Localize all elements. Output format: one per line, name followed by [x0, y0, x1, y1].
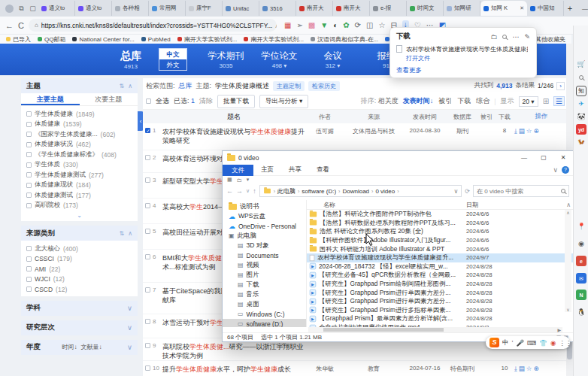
- lang-foreign[interactable]: 外文: [159, 59, 186, 70]
- explorer-maximize[interactable]: ▢: [534, 151, 553, 165]
- card-view-icon[interactable]: ⊞: [543, 97, 549, 105]
- facet-item[interactable]: WJCI(12): [26, 274, 132, 285]
- browser-tab[interactable]: 时间文: [407, 1, 444, 16]
- result-title[interactable]: 农村学校体育设施建设现状与学生体质健康提升策略研究: [162, 127, 305, 145]
- facet-checkbox[interactable]: [26, 111, 32, 117]
- file-row[interactable]: 浩然 科研论文作图系列教程 20集 (全)2024/6/6: [307, 227, 573, 236]
- file-row[interactable]: 【浩然】科研数据处理系列教程附件PPT及练习...2024/6/6: [307, 219, 573, 228]
- nav-item-此电脑[interactable]: ▣此电脑: [223, 231, 306, 241]
- scroll-right-icon[interactable]: ▶: [557, 327, 562, 332]
- refresh-sync-icon[interactable]: ⟳: [355, 22, 361, 29]
- sort-下载[interactable]: 下载: [457, 96, 471, 106]
- dark-mode-ext-icon[interactable]: ◐: [333, 22, 338, 29]
- bookmark-item[interactable]: QQ邮箱: [38, 35, 65, 44]
- next-page-button[interactable]: ›: [556, 82, 565, 90]
- url-field[interactable]: ⌂ https://kns.cnki.net/kns8s/defaultresu…: [29, 19, 277, 32]
- extension-pink-icon[interactable]: ▩: [308, 22, 315, 29]
- split-screen-icon[interactable]: ◫: [366, 22, 373, 29]
- row-checkbox[interactable]: [145, 203, 150, 208]
- bookmark-item[interactable]: 已导入: [6, 35, 31, 44]
- panel-学科[interactable]: 学科∨: [21, 301, 138, 316]
- sort-relevance[interactable]: 相关度: [378, 97, 399, 105]
- browser-tab[interactable]: e-报: [370, 1, 407, 16]
- panel-研究层次[interactable]: 研究层次∨: [21, 320, 138, 335]
- explorer-title-bar[interactable]: 0 video — ▢ ✕: [223, 151, 573, 165]
- help-icon[interactable]: ?: [562, 166, 569, 174]
- select-all-checkbox[interactable]: [146, 99, 151, 104]
- back-icon[interactable]: ←: [226, 187, 233, 195]
- browser-tab[interactable]: 各种相: [112, 1, 149, 16]
- file-row[interactable]: 国科大 科研能力培训 Adobe Illustrator & PPT2024/6…: [307, 244, 573, 253]
- file-row[interactable]: ▶【研究生】Graphpad Prsim进行多指标单因素...2024/8/28: [307, 306, 573, 315]
- breadcrumb-segment[interactable]: Download: [342, 188, 369, 195]
- export-analyze-button[interactable]: 导出与分析 ▾: [259, 95, 308, 108]
- text-size-icon[interactable]: A: [275, 22, 277, 29]
- bookmark-item[interactable]: 南开大学实验试剂...: [177, 35, 238, 44]
- scroll-down-icon[interactable]: ∨: [566, 307, 569, 312]
- list-view-icon[interactable]: ☰: [553, 96, 565, 106]
- nav-item-Windows (C:)[interactable]: ▭Windows (C:): [223, 309, 306, 319]
- nav-item-下载[interactable]: ▤下载: [223, 280, 306, 290]
- browser-tab[interactable]: 3516: [259, 1, 296, 16]
- forward-icon[interactable]: →: [236, 187, 243, 195]
- scope-link[interactable]: 总库: [179, 81, 192, 91]
- nav-item-音乐[interactable]: ▤音乐: [223, 290, 306, 299]
- open-downloads-folder-icon[interactable]: 🗀: [490, 33, 497, 41]
- result-author[interactable]: 伍可媚: [305, 127, 344, 135]
- favorites-icon[interactable]: ☆: [378, 22, 385, 29]
- refresh-icon[interactable]: ⟳: [465, 188, 470, 195]
- punctuation-icon[interactable]: ’: [512, 339, 514, 347]
- nav-item-3D 对象[interactable]: ▤3D 对象: [223, 241, 306, 250]
- nav-item-图片[interactable]: ▤图片: [223, 270, 306, 280]
- facet-item[interactable]: 北大核心(400): [26, 244, 132, 254]
- swirl-icon[interactable]: ◉: [576, 238, 586, 249]
- explorer-search-input[interactable]: [473, 185, 569, 197]
- ribbon-collapse-icon[interactable]: ∨: [553, 166, 558, 174]
- qat-customize-icon[interactable]: ▾: [247, 177, 250, 183]
- nav-item-Documents[interactable]: ▤Documents: [223, 250, 306, 260]
- file-row[interactable]: 【浩然】科研论文作图附件PPT制动作包2024/6/6: [307, 210, 573, 219]
- nav-tab-zongku[interactable]: 总库 4913: [109, 50, 153, 70]
- back-icon[interactable]: ←: [5, 21, 14, 30]
- scroll-up-icon[interactable]: ∧: [566, 202, 573, 208]
- qat-icon[interactable]: 🗀: [237, 177, 242, 183]
- up-icon[interactable]: ↑: [253, 187, 256, 195]
- menu-home[interactable]: 主页: [253, 165, 281, 174]
- chinese-mode-icon[interactable]: 中: [502, 338, 509, 347]
- facet-item[interactable]: 高职院校(173): [26, 201, 132, 211]
- window-minimize[interactable]: —: [576, 0, 588, 17]
- year-sort-link[interactable]: 文献量↓: [81, 343, 102, 351]
- breadcrumb-segment[interactable]: 此电脑: [277, 187, 296, 196]
- youdao-icon[interactable]: yd: [576, 124, 586, 135]
- file-row[interactable]: 【科研作图软件】Adobe Illustrator入门及figur...2024…: [307, 236, 573, 245]
- login-icon[interactable]: ◉: [550, 339, 556, 347]
- nav-tab-会议[interactable]: 会议312 ▾: [306, 50, 359, 69]
- file-row[interactable]: ▶【研究生】Graphpad Prsim绘制间隔柱形图例...2024/8/28: [307, 280, 573, 289]
- bookmark-item[interactable]: 南开大学实验试剂...: [244, 35, 304, 44]
- breadcrumb-segment[interactable]: software (D:): [302, 188, 336, 195]
- pin-red-icon[interactable]: 📍: [576, 221, 586, 232]
- panda-icon[interactable]: 🐼: [576, 111, 586, 122]
- collapse-icon[interactable]: ∧: [128, 230, 132, 237]
- clear-selection[interactable]: 清除: [199, 96, 213, 106]
- toolbox-icon[interactable]: ⋮⋮: [559, 339, 571, 347]
- batch-download-button[interactable]: 批量下载: [217, 95, 255, 108]
- row-checkbox[interactable]: [145, 128, 150, 133]
- nav-item-视频[interactable]: ▤视频: [223, 260, 306, 270]
- facet-item[interactable]: CSSCI(179): [26, 254, 132, 265]
- browser-tab[interactable]: Unifac: [223, 1, 259, 16]
- row-checkbox[interactable]: [145, 177, 150, 183]
- file-row[interactable]: ▶【Graphpad Prism】最单因素方差分析详解(含...2024/8/2…: [307, 314, 573, 323]
- facet-checkbox[interactable]: [26, 172, 32, 177]
- more-options-icon[interactable]: ⋯: [512, 33, 519, 41]
- voice-input-icon[interactable]: 🎤: [516, 339, 524, 347]
- facet-item[interactable]: 体质健康测试(177): [26, 190, 132, 201]
- horizontal-scrollbar[interactable]: ▶: [308, 327, 562, 332]
- browser-tab[interactable]: 康宁F: [186, 1, 223, 16]
- facet-checkbox[interactable]: [26, 246, 32, 251]
- ie-icon[interactable]: e: [576, 256, 586, 266]
- row-checkbox[interactable]: [145, 229, 150, 234]
- penguin-icon[interactable]: 🐧: [576, 307, 586, 317]
- facet-checkbox[interactable]: [26, 122, 32, 127]
- collapse-icon[interactable]: ∧: [128, 83, 132, 89]
